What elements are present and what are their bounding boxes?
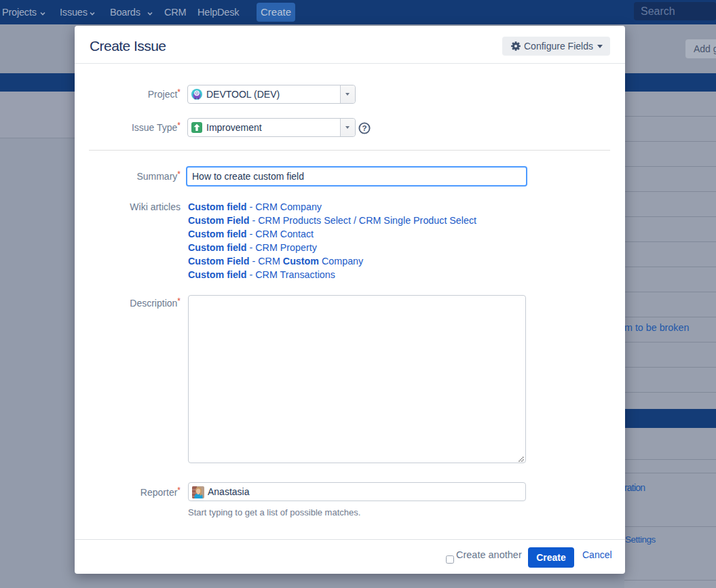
svg-text:?: ? <box>362 124 366 132</box>
